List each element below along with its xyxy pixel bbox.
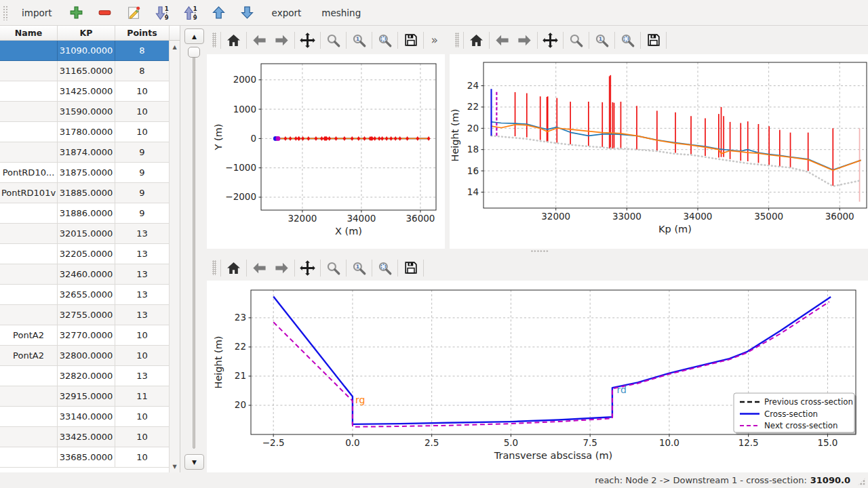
table-row[interactable]: PontRD10...31875.00009 — [0, 163, 170, 183]
table-row[interactable]: PontA232800.000010 — [0, 346, 170, 366]
forward-button[interactable] — [271, 29, 293, 51]
toolbar-grip[interactable] — [212, 260, 216, 275]
sort-ascending-button[interactable]: 19 — [178, 3, 203, 23]
horizontal-splitter[interactable] — [207, 249, 868, 253]
pan-button[interactable] — [296, 29, 319, 51]
scroll-up-icon[interactable]: ▲ — [170, 42, 180, 52]
home-button[interactable] — [222, 257, 245, 279]
table-row[interactable]: 31590.000010 — [0, 102, 170, 122]
column-header-name[interactable]: Name — [0, 26, 58, 40]
cell-name — [0, 427, 58, 447]
forward-button[interactable] — [271, 257, 293, 279]
pan-button[interactable] — [296, 257, 319, 279]
splitter-grip-icon[interactable] — [531, 250, 549, 252]
table-row[interactable]: 31886.00009 — [0, 203, 170, 224]
vertical-splitter[interactable] — [445, 26, 450, 249]
forward-button[interactable] — [513, 29, 536, 51]
cell-kp: 32655.0000 — [58, 285, 115, 304]
cell-name — [0, 285, 58, 304]
table-row[interactable]: PontRD101v31885.00009 — [0, 183, 170, 203]
toolbar-grip[interactable] — [212, 33, 216, 47]
zoom-button[interactable] — [322, 29, 344, 51]
plan-view-panel: 1» 320003400036000−2000−1000010002000X (… — [207, 26, 445, 249]
cross-section-points — [373, 136, 376, 141]
toolbar-separator — [346, 260, 347, 277]
save-button[interactable] — [399, 29, 422, 51]
table-row[interactable]: 31090.00008 — [0, 41, 170, 61]
table-row[interactable]: 32015.000013 — [0, 224, 170, 244]
save-button[interactable] — [399, 257, 422, 279]
import-button[interactable]: import — [14, 3, 60, 23]
legend[interactable]: Previous cross-sectionCross-sectionNext … — [734, 393, 856, 434]
back-button[interactable] — [491, 29, 513, 51]
cross-section-points — [357, 136, 360, 141]
zoom-original-button[interactable]: 1 — [348, 257, 370, 279]
profile-canvas[interactable]: 3200033000340003500036000141618202224Kp … — [450, 54, 868, 249]
add-button[interactable] — [64, 3, 89, 23]
edit-button[interactable] — [121, 3, 146, 23]
home-button[interactable] — [465, 29, 488, 51]
export-button[interactable]: export — [264, 3, 310, 23]
slider-down-button[interactable]: ▼ — [184, 454, 204, 470]
meshing-button[interactable]: meshing — [313, 3, 369, 23]
table-row[interactable]: PontA232770.000010 — [0, 325, 170, 346]
back-icon — [494, 33, 510, 48]
move-down-button[interactable] — [235, 3, 260, 23]
cross-section-canvas[interactable]: rgrd−2.50.02.55.07.510.012.515.020212223… — [207, 281, 868, 472]
cross-section-points — [334, 136, 338, 141]
move-up-button[interactable] — [207, 3, 231, 23]
table-row[interactable]: 32205.000013 — [0, 244, 170, 264]
table-row[interactable]: 33685.000010 — [0, 447, 170, 468]
table-row[interactable]: 31780.000010 — [0, 122, 170, 142]
slider-track[interactable] — [193, 48, 195, 449]
zoom-button[interactable] — [322, 257, 344, 279]
column-header-points[interactable]: Points — [115, 26, 170, 40]
cross-section-points — [385, 136, 389, 141]
zoom-original-button[interactable]: 1 — [348, 29, 370, 51]
y-axis-label: Height (m) — [213, 336, 224, 389]
column-header-kp[interactable]: KP — [58, 26, 115, 40]
zoom-fit-button[interactable] — [374, 257, 396, 279]
back-button[interactable] — [248, 29, 271, 51]
toolbar-separator — [537, 32, 538, 49]
cell-kp: 31165.0000 — [58, 61, 115, 81]
save-button[interactable] — [642, 29, 665, 51]
plan-view-canvas[interactable]: 320003400036000−2000−1000010002000X (m)Y… — [207, 54, 445, 249]
svg-text:−2.5: −2.5 — [262, 437, 285, 448]
table-row[interactable]: 31874.00009 — [0, 142, 170, 163]
table-row[interactable]: 32820.000013 — [0, 366, 170, 386]
svg-text:34000: 34000 — [347, 213, 376, 224]
table-row[interactable]: 33140.000010 — [0, 407, 170, 427]
table-row[interactable]: 32655.000013 — [0, 285, 170, 305]
zoom-fit-button[interactable] — [616, 29, 639, 51]
table-row[interactable]: 32915.000011 — [0, 386, 170, 407]
svg-text:1: 1 — [193, 5, 197, 12]
table-row[interactable]: 31425.000010 — [0, 81, 170, 102]
scroll-down-icon[interactable]: ▼ — [170, 462, 180, 471]
pan-button[interactable] — [539, 29, 561, 51]
toolbar-overflow-button[interactable]: » — [429, 33, 441, 47]
svg-text:24: 24 — [467, 80, 479, 91]
status-bar: reach: Node 2 -> Downstream 1 - cross-se… — [0, 472, 868, 488]
cross-section-points — [363, 136, 366, 141]
table-row[interactable]: 32460.000013 — [0, 264, 170, 285]
svg-text:33000: 33000 — [612, 211, 642, 222]
table-row[interactable]: 32755.000013 — [0, 305, 170, 325]
table-scrollbar[interactable]: ▲ ▼ — [169, 41, 180, 472]
table-row[interactable]: 31165.00008 — [0, 61, 170, 81]
zoom-original-button[interactable]: 1 — [591, 29, 613, 51]
sort-descending-button[interactable]: 19 — [150, 3, 174, 23]
back-button[interactable] — [248, 257, 271, 279]
zoom-button[interactable] — [565, 29, 587, 51]
cell-name: PontRD10... — [0, 163, 58, 182]
cell-points: 8 — [115, 61, 170, 81]
table-row[interactable]: 33425.000010 — [0, 427, 170, 447]
home-button[interactable] — [222, 29, 245, 51]
slider-up-button[interactable]: ▲ — [184, 28, 204, 44]
toolbar-grip[interactable] — [3, 5, 8, 20]
remove-button[interactable] — [93, 3, 117, 23]
zoom-fit-button[interactable] — [374, 29, 396, 51]
slider-thumb[interactable] — [188, 47, 200, 58]
toolbar-grip[interactable] — [455, 33, 459, 47]
zoom-fit-icon — [377, 33, 393, 48]
